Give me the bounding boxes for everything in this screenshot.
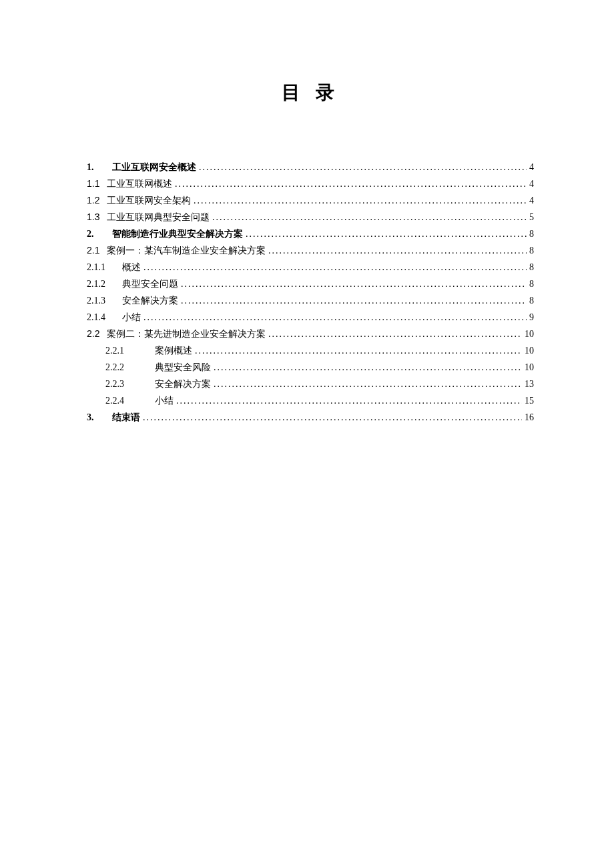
toc-leader-dots (176, 392, 522, 409)
toc-entry-number: 1. (87, 159, 112, 175)
toc-leader-dots (195, 342, 522, 359)
toc-list: 1.工业互联网安全概述41.1工业互联网概述41.2工业互联网安全架构41.3工… (87, 159, 534, 426)
toc-entry-label: 小结 (122, 309, 141, 326)
toc-entry-page: 8 (527, 276, 534, 292)
toc-entry: 1.2工业互联网安全架构4 (87, 192, 534, 209)
toc-entry-page: 8 (527, 242, 534, 259)
toc-entry-number: 2.1.4 (87, 309, 122, 326)
toc-title: 目 录 (87, 80, 534, 105)
toc-entry: 2.1.3安全解决方案8 (87, 292, 534, 309)
toc-entry-label: 工业互联网典型安全问题 (107, 209, 210, 226)
toc-leader-dots (143, 409, 522, 426)
toc-entry: 2.1案例一：某汽车制造企业安全解决方案8 (87, 242, 534, 259)
toc-entry-label: 工业互联网安全概述 (112, 159, 196, 175)
toc-leader-dots (212, 209, 527, 226)
toc-entry: 1.1工业互联网概述4 (87, 175, 534, 192)
toc-leader-dots (246, 226, 527, 242)
toc-entry-label: 概述 (122, 259, 141, 276)
toc-entry-number: 2.2.1 (105, 342, 155, 359)
toc-leader-dots (143, 309, 527, 326)
toc-leader-dots (181, 292, 527, 309)
toc-entry-page: 10 (522, 326, 534, 342)
toc-entry-label: 安全解决方案 (122, 292, 178, 309)
toc-entry-label: 典型安全问题 (122, 276, 178, 292)
toc-entry: 1.3工业互联网典型安全问题5 (87, 209, 534, 226)
toc-leader-dots (268, 326, 522, 342)
toc-entry-number: 2.1.2 (87, 276, 122, 292)
toc-leader-dots (194, 192, 527, 209)
toc-entry-page: 9 (527, 309, 534, 326)
toc-entry-number: 2.2.3 (105, 376, 155, 392)
toc-entry-label: 小结 (155, 392, 174, 409)
toc-leader-dots (181, 276, 527, 292)
toc-entry-number: 2.1.3 (87, 292, 122, 309)
toc-entry-number: 2.1 (87, 242, 107, 259)
toc-entry: 3.结束语16 (87, 409, 534, 426)
toc-entry-number: 1.3 (87, 209, 107, 226)
toc-entry: 2.智能制造行业典型安全解决方案8 (87, 226, 534, 242)
toc-leader-dots (199, 159, 527, 175)
toc-entry: 2.1.4小结9 (87, 309, 534, 326)
toc-entry-page: 13 (522, 376, 534, 392)
toc-entry-page: 8 (527, 226, 534, 242)
toc-entry: 1.工业互联网安全概述4 (87, 159, 534, 175)
toc-entry: 2.2.4小结15 (87, 392, 534, 409)
toc-entry: 2.1.1概述8 (87, 259, 534, 276)
toc-entry-number: 2.2.2 (105, 359, 155, 376)
toc-entry-number: 2.2.4 (105, 392, 155, 409)
toc-entry-page: 4 (527, 192, 534, 209)
toc-entry-page: 5 (527, 209, 534, 226)
toc-entry-page: 8 (527, 259, 534, 276)
toc-entry-page: 4 (527, 175, 534, 192)
toc-entry: 2.2.3安全解决方案13 (87, 376, 534, 392)
toc-entry-page: 10 (522, 359, 534, 376)
toc-entry-number: 2.2 (87, 326, 107, 342)
toc-entry-number: 2. (87, 226, 112, 242)
toc-entry: 2.2.2典型安全风险10 (87, 359, 534, 376)
toc-entry-number: 3. (87, 409, 112, 426)
toc-entry: 2.2案例二：某先进制造企业安全解决方案10 (87, 326, 534, 342)
toc-entry-page: 15 (522, 392, 534, 409)
toc-entry: 2.1.2典型安全问题8 (87, 276, 534, 292)
toc-entry-number: 1.1 (87, 175, 107, 192)
toc-entry-number: 1.2 (87, 192, 107, 209)
toc-entry-label: 案例二：某先进制造企业安全解决方案 (107, 326, 266, 342)
toc-entry-label: 智能制造行业典型安全解决方案 (112, 226, 243, 242)
toc-leader-dots (214, 359, 522, 376)
toc-leader-dots (268, 242, 527, 259)
toc-entry-label: 案例一：某汽车制造企业安全解决方案 (107, 242, 266, 259)
toc-entry-label: 工业互联网安全架构 (107, 192, 191, 209)
toc-entry-label: 结束语 (112, 409, 140, 426)
toc-leader-dots (143, 259, 527, 276)
toc-entry-label: 安全解决方案 (155, 376, 211, 392)
toc-entry-label: 工业互联网概述 (107, 175, 172, 192)
toc-entry-page: 4 (527, 159, 534, 175)
toc-entry-number: 2.1.1 (87, 259, 122, 276)
toc-entry: 2.2.1案例概述10 (87, 342, 534, 359)
toc-entry-page: 8 (527, 292, 534, 309)
toc-entry-label: 典型安全风险 (155, 359, 211, 376)
toc-leader-dots (214, 376, 522, 392)
toc-leader-dots (175, 175, 527, 192)
toc-entry-label: 案例概述 (155, 342, 192, 359)
toc-entry-page: 10 (522, 342, 534, 359)
toc-entry-page: 16 (522, 409, 534, 426)
